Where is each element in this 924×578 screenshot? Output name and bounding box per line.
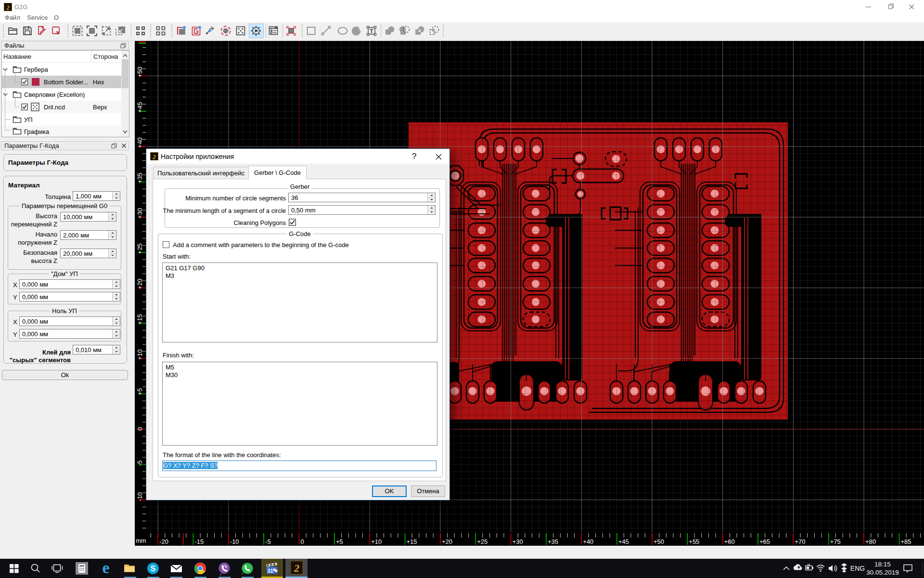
svg-text:+30: +30 [513, 538, 523, 545]
svg-text:+80: +80 [865, 538, 876, 545]
svg-text:+10: +10 [371, 538, 382, 545]
svg-text:-20: -20 [159, 538, 168, 545]
svg-text:+5: +5 [336, 538, 343, 545]
svg-text:+15: +15 [136, 314, 143, 325]
svg-text:-10: -10 [230, 538, 239, 545]
svg-text:+40: +40 [583, 538, 593, 545]
svg-text:2: 2 [6, 4, 10, 11]
svg-text:0: 0 [301, 538, 304, 545]
svg-text:+45: +45 [136, 102, 143, 113]
svg-text:-10: -10 [136, 492, 143, 501]
svg-text:+30: +30 [136, 208, 143, 219]
svg-text:+10: +10 [136, 349, 143, 360]
svg-text:S: S [150, 564, 155, 573]
svg-text:0: 0 [136, 427, 143, 431]
svg-text:+60: +60 [724, 538, 735, 545]
svg-text:+70: +70 [795, 538, 805, 545]
svg-text:31: 31 [268, 568, 273, 574]
svg-text:+5: +5 [136, 388, 143, 395]
svg-text:+65: +65 [759, 538, 770, 545]
svg-text:2: 2 [294, 562, 299, 574]
svg-text:-15: -15 [194, 538, 204, 545]
svg-text:-5: -5 [265, 538, 271, 545]
svg-text:+85: +85 [901, 538, 911, 545]
svg-text:+15: +15 [407, 538, 417, 545]
svg-text:+55: +55 [689, 538, 699, 545]
svg-text:+75: +75 [830, 538, 841, 545]
svg-text:+20: +20 [136, 279, 143, 289]
svg-text:+45: +45 [618, 538, 629, 545]
svg-text:+35: +35 [548, 538, 558, 545]
svg-text:ENG: ENG [850, 565, 865, 572]
svg-text:-5: -5 [136, 460, 143, 466]
svg-text:+20: +20 [442, 538, 452, 545]
svg-text:2: 2 [152, 153, 156, 160]
svg-text:18:15: 18:15 [874, 561, 891, 568]
svg-text:+35: +35 [136, 172, 143, 183]
svg-text:e: e [102, 559, 109, 577]
svg-text:30.05.2019: 30.05.2019 [866, 569, 899, 576]
svg-text:mm: mm [136, 537, 146, 544]
svg-text:+40: +40 [136, 137, 143, 148]
svg-text:+25: +25 [477, 538, 488, 545]
svg-text:+50: +50 [136, 66, 143, 77]
svg-text:+50: +50 [654, 538, 664, 545]
svg-text:T: T [370, 28, 373, 35]
svg-text:+25: +25 [136, 243, 143, 254]
